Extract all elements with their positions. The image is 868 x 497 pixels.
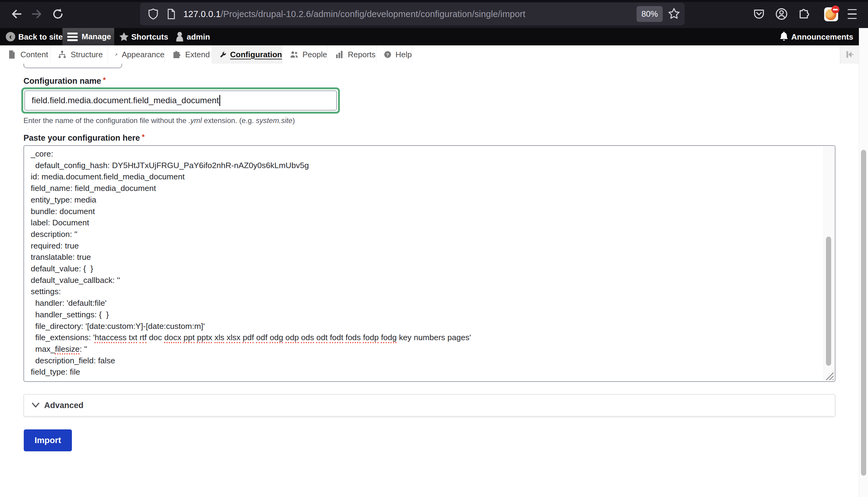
account-button[interactable] [774,7,789,21]
yaml-line: settings: [31,286,821,298]
user-link[interactable]: admin [187,32,210,42]
configuration-textarea[interactable]: _core: default_config_hash: DY5HtJTxUjFR… [24,145,836,382]
help-yml: .yml [188,116,202,125]
extensions-button[interactable] [797,7,811,21]
file-icon [7,50,16,59]
manage-tab[interactable]: Manage [62,28,114,45]
tab-strip [0,0,868,2]
admin-toolbar: ‹ Back to site Manage Shortcuts admin An… [0,28,859,45]
account-icon [775,8,788,20]
browser-toolbar: 127.0.0.1/Projects/drupal-10.2.6/admin/c… [0,0,868,28]
configuration-name-value: field.field.media.document.field_media_d… [32,96,219,105]
menu-bar-3 [848,18,857,19]
yaml-line: bundle: document [31,206,821,217]
yaml-line: file_extensions: 'htaccess txt rtf doc d… [31,332,821,343]
advanced-label: Advanced [44,401,83,410]
menu-item-content[interactable]: Content [0,45,50,63]
configuration-name-field-focus-ring: field.field.media.document.field_media_d… [21,87,340,114]
menu-item-people[interactable]: People [282,45,327,63]
yaml-line: description_field: false [31,355,821,367]
menu-item-label: Reports [348,50,375,59]
forward-button[interactable] [30,7,43,21]
window-scrollbar-thumb[interactable] [861,150,866,476]
barchart-icon [335,50,344,59]
url-bar[interactable]: 127.0.0.1/Projects/drupal-10.2.6/admin/c… [140,3,685,25]
back-to-site-link[interactable]: Back to site [18,32,63,42]
manage-label: Manage [82,32,111,41]
yaml-line: handler_settings: { } [31,309,821,321]
textarea-scrollbar-thumb[interactable] [826,237,831,366]
import-button[interactable]: Import [24,429,72,451]
yaml-line: required: true [31,240,821,252]
back-arrow-icon [11,8,23,20]
announcements-link[interactable]: Announcements [791,32,853,42]
yaml-line: handler: 'default:file' [31,298,821,309]
back-button[interactable] [10,7,24,21]
configuration-name-input[interactable]: field.field.media.document.field_media_d… [24,90,337,111]
zoom-level-badge[interactable]: 80% [637,6,663,22]
window-scrollbar[interactable] [859,28,868,497]
puzzle-icon [172,50,181,59]
help-text-mid: extension. (e.g. [202,116,256,125]
yaml-line: default_value_callback: '' [31,275,821,286]
reload-button[interactable] [51,7,65,21]
help-text: Enter the name of the configuration file… [24,116,188,125]
admin-menu-bar: Content Structure Appearance Extend [0,45,859,64]
toolbar-orientation-toggle[interactable] [840,45,859,63]
paste-configuration-label: Paste your configuration here* [24,133,145,143]
chevron-down-icon [31,402,40,409]
help-icon: ? [384,50,392,59]
app-menu-button[interactable] [845,7,859,21]
yaml-content: _core: default_config_hash: DY5HtJTxUjFR… [31,148,821,378]
svg-text:?: ? [386,52,389,57]
pocket-icon [753,8,765,20]
shortcuts-star-icon [118,31,129,42]
back-to-site-icon: ‹ [6,32,15,41]
forward-arrow-icon [30,8,43,20]
help-example: system.site [256,116,293,125]
textarea-scrollbar[interactable] [824,146,834,381]
advanced-section[interactable]: Advanced [24,394,836,416]
brush-icon [115,50,118,59]
shield-permissions-icon[interactable] [147,8,159,20]
menu-item-structure[interactable]: Structure [50,45,108,63]
yaml-line: label: Document [31,217,821,229]
menu-item-help[interactable]: ? Help [376,45,412,63]
browser-window: 127.0.0.1/Projects/drupal-10.2.6/admin/c… [0,0,868,497]
menu-item-extend[interactable]: Extend [165,45,212,63]
required-marker: * [103,76,106,84]
people-icon [290,50,298,59]
announcements-bell-icon [779,31,789,43]
menu-item-label: Appearance [122,50,165,59]
yaml-line: _core: [31,148,821,160]
partial-select-element[interactable] [24,63,122,68]
text-cursor [219,95,220,106]
wrench-icon [219,49,226,59]
yaml-line: description: '' [31,229,821,240]
yaml-line: entity_type: media [31,194,821,206]
menu-bar-1 [848,9,857,10]
url-text: 127.0.0.1/Projects/drupal-10.2.6/admin/c… [183,9,525,19]
yaml-line: field_type: file [31,366,821,378]
bookmark-button[interactable] [668,7,680,20]
yaml-line: id: media.document.field_media_document [31,171,821,183]
configuration-name-label-text: Configuration name [24,76,101,86]
menu-item-appearance[interactable]: Appearance [108,45,165,63]
page-info-icon[interactable] [166,9,177,19]
menu-item-label: Content [20,50,48,59]
shortcuts-link[interactable]: Shortcuts [131,32,168,42]
menu-item-label: Extend [185,50,210,59]
extensions-puzzle-icon [798,8,810,20]
collapse-left-icon [844,49,855,60]
menu-item-label: Structure [71,50,103,59]
menu-item-configuration[interactable]: Configuration [212,45,282,63]
extension-badge-button[interactable] [824,5,841,23]
yaml-line: field_name: field_media_document [31,183,821,194]
paste-configuration-label-text: Paste your configuration here [24,133,140,143]
bookmark-star-icon [668,7,680,20]
pocket-button[interactable] [752,7,766,21]
yaml-line: default_config_hash: DY5HtJTxUjFRGU_PaY6… [31,160,821,171]
required-marker: * [142,133,145,141]
menu-bar-2 [848,13,857,15]
menu-item-reports[interactable]: Reports [327,45,376,63]
